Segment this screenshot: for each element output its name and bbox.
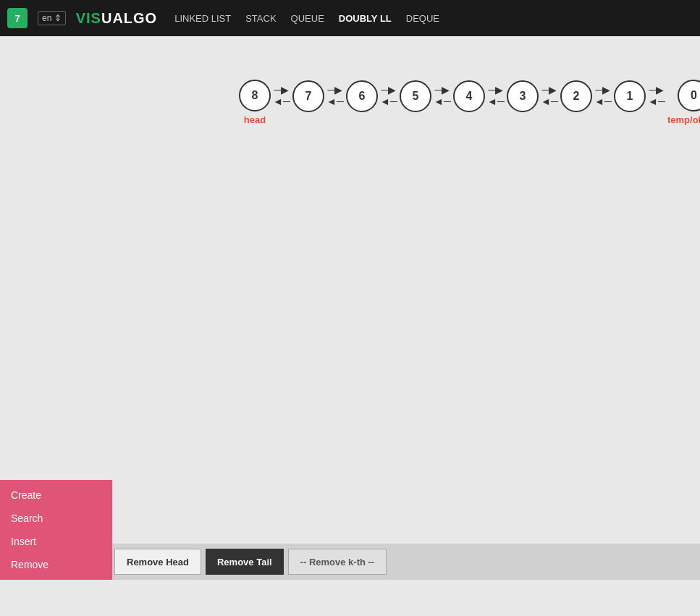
arrow-right-4: ─▶ xyxy=(489,85,504,95)
node-circle-3: 5 xyxy=(400,80,431,112)
menu-create[interactable]: Create xyxy=(0,484,112,507)
arrow-right-5: ─▶ xyxy=(542,85,557,95)
logo-icon: 7 xyxy=(7,8,28,28)
node-circle-8: 0 xyxy=(678,80,700,111)
nav-deque[interactable]: DEQUE xyxy=(406,13,439,24)
arrow-4: ─▶◄─ xyxy=(485,85,507,106)
node-circle-2: 6 xyxy=(346,80,378,112)
remove-kth-button[interactable]: -- Remove k-th -- xyxy=(288,549,387,575)
remove-tail-button[interactable]: Remove Tail xyxy=(206,549,284,575)
remove-head-button[interactable]: Remove Head xyxy=(114,549,201,575)
arrow-right-6: ─▶ xyxy=(596,85,611,95)
nav-links: LINKED LIST STACK QUEUE DOUBLY LL DEQUE xyxy=(174,13,439,24)
list-node-7: 1 xyxy=(614,80,646,125)
arrow-left-0: ◄─ xyxy=(273,96,290,106)
list-node-5: 3 xyxy=(507,80,539,125)
arrow-2: ─▶◄─ xyxy=(378,85,400,106)
lang-selector[interactable]: en ⇕ xyxy=(38,11,66,25)
nav-stack[interactable]: STACK xyxy=(245,13,276,24)
navbar: 7 en ⇕ VISUALGO LINKED LIST STACK QUEUE … xyxy=(0,0,700,36)
arrow-right-3: ─▶ xyxy=(435,85,450,95)
arrow-7: ─▶◄─ xyxy=(646,85,667,106)
list-node-0: 8head xyxy=(239,80,271,125)
nav-linked-list[interactable]: LINKED LIST xyxy=(174,13,231,24)
list-node-2: 6 xyxy=(346,80,378,125)
arrow-right-2: ─▶ xyxy=(381,85,397,95)
list-node-3: 5 xyxy=(400,80,431,125)
arrow-0: ─▶◄─ xyxy=(271,85,292,106)
arrow-left-7: ◄─ xyxy=(648,96,665,106)
arrow-right-1: ─▶ xyxy=(328,85,343,95)
node-circle-1: 7 xyxy=(292,80,324,112)
arrow-left-3: ◄─ xyxy=(434,96,451,106)
arrow-left-4: ◄─ xyxy=(487,96,505,106)
canvas-area: 8head─▶◄─7─▶◄─6─▶◄─5─▶◄─4─▶◄─3─▶◄─2─▶◄─1… xyxy=(0,36,700,580)
list-node-1: 7 xyxy=(292,80,324,125)
arrow-5: ─▶◄─ xyxy=(539,85,560,106)
arrow-1: ─▶◄─ xyxy=(324,85,346,106)
node-circle-4: 4 xyxy=(453,80,485,112)
arrow-3: ─▶◄─ xyxy=(431,85,453,106)
list-visualization: 8head─▶◄─7─▶◄─6─▶◄─5─▶◄─4─▶◄─3─▶◄─2─▶◄─1… xyxy=(239,80,700,125)
arrow-right-7: ─▶ xyxy=(649,85,665,95)
arrow-left-1: ◄─ xyxy=(326,96,344,106)
arrow-left-2: ◄─ xyxy=(380,96,397,106)
node-label-8: temp/oldtail xyxy=(667,114,700,125)
menu-insert[interactable]: Insert xyxy=(0,530,112,553)
nav-queue[interactable]: QUEUE xyxy=(291,13,324,24)
node-circle-5: 3 xyxy=(507,80,539,112)
list-node-6: 2 xyxy=(560,80,592,125)
list-node-4: 4 xyxy=(453,80,485,125)
node-label-0: head xyxy=(244,114,266,125)
arrow-left-6: ◄─ xyxy=(594,96,612,106)
node-circle-6: 2 xyxy=(560,80,592,112)
arrow-left-5: ◄─ xyxy=(541,96,558,106)
nav-doubly-ll[interactable]: DOUBLY LL xyxy=(339,13,392,24)
arrow-6: ─▶◄─ xyxy=(592,85,614,106)
left-panel: Create Search Insert Remove xyxy=(0,480,112,580)
node-circle-7: 1 xyxy=(614,80,646,112)
menu-remove[interactable]: Remove xyxy=(0,553,112,576)
arrow-right-0: ─▶ xyxy=(274,85,290,95)
brand-logo: VISUALGO xyxy=(76,10,157,27)
list-node-8: 0temp/oldtail xyxy=(667,80,700,125)
action-bar: Remove Head Remove Tail -- Remove k-th -… xyxy=(112,544,700,580)
node-circle-0: 8 xyxy=(239,80,271,111)
menu-search[interactable]: Search xyxy=(0,507,112,530)
